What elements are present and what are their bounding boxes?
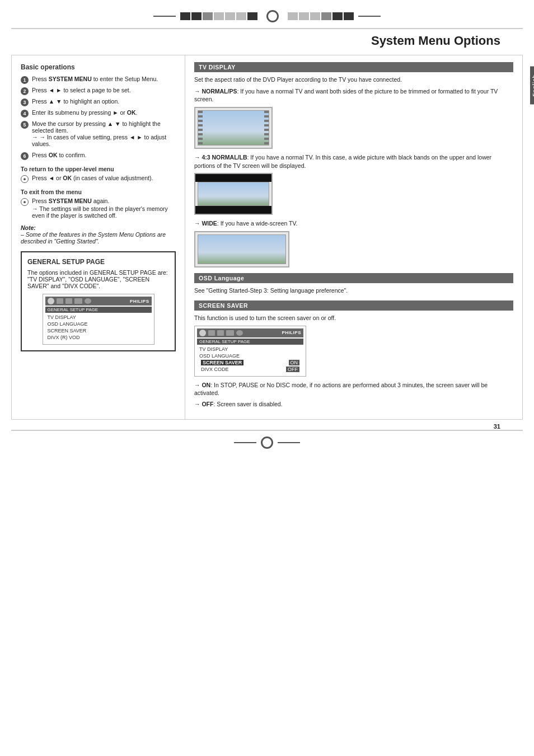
wide-item: WIDE: If you have a wide-screen TV.	[194, 219, 513, 228]
bar-block	[191, 12, 202, 20]
step-1-content: Press SYSTEM MENU to enter the Setup Men…	[32, 76, 176, 82]
screen-saver-header: SCREEN SAVER	[194, 300, 513, 311]
tv-sky-3	[198, 235, 285, 252]
step-2-content: Press ◄ ► to select a page to be set.	[32, 87, 176, 93]
return-step-num: ●	[21, 175, 29, 183]
return-step-list: ● Press ◄ or OK (in cases of value adjus…	[21, 175, 176, 183]
step-num-6: 6	[21, 152, 29, 160]
black-band-bottom	[195, 206, 271, 214]
saver-tv-display: TV DISPLAY	[199, 346, 301, 353]
bar-segment-left	[180, 12, 257, 20]
tv-image-inner	[198, 110, 269, 145]
saver-icon-3	[217, 330, 224, 336]
english-tab: English	[530, 67, 534, 105]
bar-block	[344, 12, 354, 20]
saver-icon-1	[199, 330, 206, 336]
tv-landscape-2	[198, 196, 269, 205]
saver-off-value: OFF	[286, 367, 299, 372]
screen-icon-3	[65, 298, 72, 304]
bar-block	[247, 12, 257, 20]
bar-block	[321, 12, 331, 20]
note-label: Note:	[21, 224, 36, 231]
screen-icon-2	[57, 298, 63, 304]
saver-screen-saver-row: SCREEN SAVER ON	[199, 359, 301, 366]
bar-block	[310, 12, 320, 20]
bar-line-right	[358, 16, 381, 17]
bar-block	[214, 12, 224, 20]
step-5-arrow: → In cases of value setting, press ◄ ► t…	[32, 134, 176, 147]
step-num-4: 4	[21, 110, 29, 118]
top-decorative-bar	[0, 0, 534, 28]
step-6: 6 Press OK to confirm.	[21, 152, 176, 160]
bottom-bar-line-left	[234, 442, 256, 443]
tv-image-wide	[194, 231, 289, 267]
bar-block	[299, 12, 309, 20]
system-menu-bold: SYSTEM MENU	[49, 76, 92, 82]
screen-saver-icons	[199, 330, 243, 336]
step-4: 4 Enter its submenu by pressing ► or OK.	[21, 109, 176, 118]
saver-philips-logo: PHILIPS	[282, 330, 301, 335]
step-3-content: Press ▲ ▼ to highlight an option.	[32, 98, 176, 105]
on-text: : In STOP, PAUSE or No DISC mode, if no …	[194, 382, 488, 397]
step-5: 5 Move the cursor by pressing ▲ ▼ to hig…	[21, 120, 176, 149]
step-num-2: 2	[21, 87, 29, 95]
tv-border-right	[264, 111, 269, 145]
osd-language-text: See "Getting Started-Step 3: Setting lan…	[194, 287, 513, 295]
saver-menu-items: TV DISPLAY OSD LANGUAGE SCREEN SAVER ON …	[197, 345, 303, 374]
step-num-5: 5	[21, 121, 29, 129]
black-band-top	[195, 174, 271, 182]
saver-general-label: GENERAL SETUP PAGE	[197, 339, 303, 345]
step-3: 3 Press ▲ ▼ to highlight an option.	[21, 98, 176, 106]
exit-step: ● Press SYSTEM MENU again. → The setting…	[21, 198, 176, 219]
normal-ps-text: : If you have a normal TV and want both …	[194, 88, 498, 103]
osd-language-header: OSD Language	[194, 273, 513, 283]
bottom-decorative-bar	[0, 431, 534, 454]
off-bold: OFF	[202, 401, 213, 407]
screen-saver-text: This function is used to turn the screen…	[194, 314, 513, 322]
return-step-content: Press ◄ or OK (in cases of value adjustm…	[32, 175, 176, 181]
saver-icon-4	[226, 330, 234, 336]
screen-header: PHILIPS	[45, 297, 152, 306]
tv-landscape-3	[198, 252, 285, 264]
step-num-3: 3	[21, 98, 29, 106]
step-5-content: Move the cursor by pressing ▲ ▼ to highl…	[32, 120, 176, 149]
tv-image-normal-lb	[194, 173, 273, 215]
bottom-circle	[261, 436, 273, 449]
bar-block	[225, 12, 235, 20]
bar-block	[332, 12, 343, 20]
on-item: ON: In STOP, PAUSE or No DISC mode, if n…	[194, 381, 513, 397]
tv-image-inner-3	[198, 234, 286, 264]
exit-menu-title: To exit from the menu	[21, 189, 176, 195]
tv-sky	[198, 111, 269, 132]
normal-ps-item: NORMAL/PS: If you have a normal TV and w…	[194, 87, 513, 104]
screen-item-screen-saver: SCREEN SAVER	[48, 327, 149, 334]
content-area: Basic operations 1 Press SYSTEM MENU to …	[11, 55, 523, 419]
step-4-content: Enter its submenu by pressing ► or OK.	[32, 109, 176, 116]
normal-lb-item: 4:3 NORMAL/LB: If you have a normal TV. …	[194, 153, 513, 170]
general-setup-section: GENERAL SETUP PAGE The options included …	[21, 251, 176, 351]
left-column: Basic operations 1 Press SYSTEM MENU to …	[12, 55, 185, 419]
saver-icon-2	[208, 330, 215, 336]
philips-logo: PHILIPS	[130, 299, 149, 304]
bar-block	[288, 12, 298, 20]
screen-icon-5	[85, 298, 91, 304]
normal-lb-bold: 4:3 NORMAL/LB	[202, 154, 247, 161]
exit-step-list: ● Press SYSTEM MENU again. → The setting…	[21, 198, 176, 219]
bottom-bar-line-right	[278, 442, 300, 443]
tv-border-left	[198, 111, 203, 145]
bar-block	[236, 12, 246, 20]
page-title: System Menu Options	[11, 29, 523, 55]
note-section: Note: – Some of the features in the Syst…	[21, 224, 176, 245]
bar-circle	[266, 10, 279, 22]
tv-display-header: TV DISPLAY	[194, 62, 513, 72]
general-setup-desc: The options included in GENERAL SETUP PA…	[27, 269, 169, 289]
screen-saver-mockup: PHILIPS GENERAL SETUP PAGE TV DISPLAY OS…	[194, 326, 306, 377]
screen-saver-header-bar: PHILIPS	[197, 328, 303, 337]
bar-line-left	[153, 16, 176, 17]
screen-icon-1	[48, 298, 54, 304]
exit-arrow-text: → The settings will be stored in the pla…	[32, 205, 176, 219]
step-2: 2 Press ◄ ► to select a page to be set.	[21, 87, 176, 95]
return-step: ● Press ◄ or OK (in cases of value adjus…	[21, 175, 176, 183]
tv-image-normal-ps	[194, 107, 273, 149]
tv-landscape	[198, 132, 269, 145]
